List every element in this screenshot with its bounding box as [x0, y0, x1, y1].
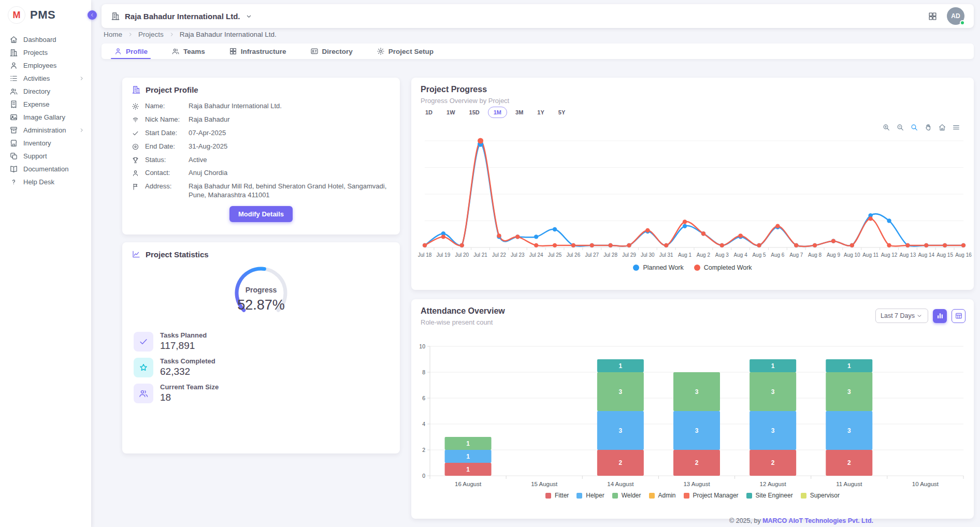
tab-teams[interactable]: Teams: [170, 47, 206, 59]
range-button-15d[interactable]: 15D: [464, 107, 485, 118]
sidebar-item-administration[interactable]: Administration: [0, 124, 91, 137]
chevron-right-icon: [78, 127, 85, 134]
legend-item-welder[interactable]: Welder: [612, 492, 641, 499]
people-icon: [134, 384, 153, 403]
breadcrumb-item-home[interactable]: Home: [104, 31, 122, 38]
modify-details-button[interactable]: Modify Details: [229, 206, 293, 222]
app-name: PMS: [30, 8, 55, 22]
sidebar-item-activities[interactable]: Activities: [0, 72, 91, 85]
stat-value: 117,891: [160, 340, 207, 352]
app-logo[interactable]: M PMS: [0, 0, 91, 30]
svg-text:Aug 6: Aug 6: [771, 252, 785, 258]
svg-text:11 August: 11 August: [836, 481, 862, 487]
svg-text:Jul 24: Jul 24: [529, 252, 543, 258]
stats-list: Tasks Planned117,891Tasks Completed62,33…: [134, 331, 219, 403]
tab-project-setup[interactable]: Project Setup: [376, 47, 435, 59]
svg-text:Jul 22: Jul 22: [492, 252, 506, 258]
legend-item-completed-work[interactable]: Completed Work: [694, 264, 752, 271]
legend-label: Completed Work: [704, 264, 752, 271]
line-chart-legend: Planned WorkCompleted Work: [411, 264, 974, 271]
company-selector[interactable]: Raja Bahadur International Ltd.: [111, 11, 253, 21]
legend-item-supervisor[interactable]: Supervisor: [801, 492, 840, 499]
receipt-icon: [9, 100, 18, 109]
check-icon: [132, 129, 139, 137]
legend-item-project-manager[interactable]: Project Manager: [684, 492, 739, 499]
sidebar-item-projects[interactable]: Projects: [0, 46, 91, 59]
range-button-1y[interactable]: 1Y: [531, 107, 550, 118]
fingerprint-icon: [132, 116, 139, 124]
sidebar-item-directory[interactable]: Directory: [0, 85, 91, 98]
breadcrumb-item-raja-bahadur-international-ltd-: Raja Bahadur International Ltd.: [180, 31, 277, 38]
legend-item-site-engineer[interactable]: Site Engineer: [746, 492, 793, 499]
field-label: Status:: [145, 156, 186, 165]
legend-marker: [612, 493, 618, 499]
svg-text:0: 0: [422, 473, 425, 479]
building-icon: [132, 85, 141, 94]
legend-label: Helper: [586, 492, 604, 499]
store-icon: [9, 139, 18, 148]
svg-text:2: 2: [695, 459, 699, 466]
legend-item-admin[interactable]: Admin: [649, 492, 676, 499]
table-view-button[interactable]: [952, 309, 965, 323]
legend-item-helper[interactable]: Helper: [577, 492, 604, 499]
sidebar-item-expense[interactable]: Expense: [0, 98, 91, 111]
sidebar-item-inventory[interactable]: Inventory: [0, 137, 91, 150]
range-button-3m[interactable]: 3M: [510, 107, 529, 118]
chevron-left-icon: [89, 12, 95, 18]
svg-text:Aug 11: Aug 11: [862, 252, 878, 258]
tab-profile[interactable]: Profile: [113, 47, 149, 59]
user-avatar[interactable]: AD: [947, 7, 964, 25]
bar-chart-view-button[interactable]: [933, 309, 947, 323]
svg-text:Jul 25: Jul 25: [548, 252, 562, 258]
chevron-down-icon: [245, 12, 253, 20]
field-label: Start Date:: [145, 129, 186, 138]
apps-grid-icon[interactable]: [928, 11, 938, 21]
sidebar-item-label: Image Gallary: [23, 113, 65, 121]
field-value: Anuj Chordia: [186, 169, 391, 178]
period-select[interactable]: Last 7 Days: [875, 309, 928, 323]
svg-text:8: 8: [422, 369, 425, 375]
svg-text:4: 4: [422, 421, 425, 427]
range-button-1m[interactable]: 1M: [488, 107, 507, 118]
stat-tasks-planned: Tasks Planned117,891: [134, 331, 219, 352]
sidebar-item-dashboard[interactable]: Dashboard: [0, 33, 91, 46]
people-icon: [9, 87, 18, 96]
legend-marker: [649, 493, 655, 499]
svg-text:1: 1: [847, 362, 851, 370]
range-button-5y[interactable]: 5Y: [553, 107, 571, 118]
sidebar-item-support[interactable]: Support: [0, 150, 91, 163]
sidebar-item-help-desk[interactable]: Help Desk: [0, 175, 91, 188]
breadcrumb-item-projects[interactable]: Projects: [138, 31, 164, 38]
sidebar-item-label: Projects: [23, 49, 48, 56]
copy-icon: [9, 152, 18, 160]
legend-label: Fitter: [555, 492, 569, 499]
legend-label: Welder: [622, 492, 641, 499]
attendance-bar-chart[interactable]: 024681011116 August15 August233114 Augus…: [411, 336, 974, 490]
star-icon: [134, 358, 153, 377]
gear-icon: [132, 103, 139, 110]
sidebar-item-image-gallary[interactable]: Image Gallary: [0, 111, 91, 124]
legend-item-planned-work[interactable]: Planned Work: [633, 264, 683, 271]
field-value: 31-Aug-2025: [186, 142, 391, 151]
sidebar-collapse-button[interactable]: [88, 10, 97, 20]
online-status-dot: [960, 20, 965, 25]
tab-directory[interactable]: Directory: [309, 47, 354, 59]
field-label: Name:: [145, 102, 186, 111]
list-icon: [9, 74, 18, 83]
sidebar-item-documentation[interactable]: Documentation: [0, 163, 91, 175]
sidebar-item-employees[interactable]: Employees: [0, 59, 91, 72]
bar-chart-icon: [936, 312, 944, 320]
range-button-1w[interactable]: 1W: [441, 107, 461, 118]
legend-item-fitter[interactable]: Fitter: [545, 492, 569, 499]
profile-field-address-: Address:Raja Bahadur Mill Rd, behind She…: [132, 182, 391, 200]
range-button-1d[interactable]: 1D: [420, 107, 438, 118]
project-statistics-card: Project Statistics Progress 52.87% Tasks…: [122, 242, 400, 453]
svg-text:Aug 13: Aug 13: [900, 252, 916, 258]
footer-brand-link[interactable]: MARCO AIoT Technologies Pvt. Ltd.: [762, 517, 873, 524]
tab-infrastructure[interactable]: Infrastructure: [228, 47, 287, 59]
footer: © 2025, by MARCO AIoT Technologies Pvt. …: [729, 517, 873, 524]
svg-text:1: 1: [619, 362, 623, 370]
home-icon: [9, 35, 18, 44]
progress-line-chart[interactable]: Jul 18Jul 19Jul 20Jul 21Jul 22Jul 23Jul …: [411, 129, 974, 262]
svg-text:Aug 12: Aug 12: [881, 252, 898, 258]
